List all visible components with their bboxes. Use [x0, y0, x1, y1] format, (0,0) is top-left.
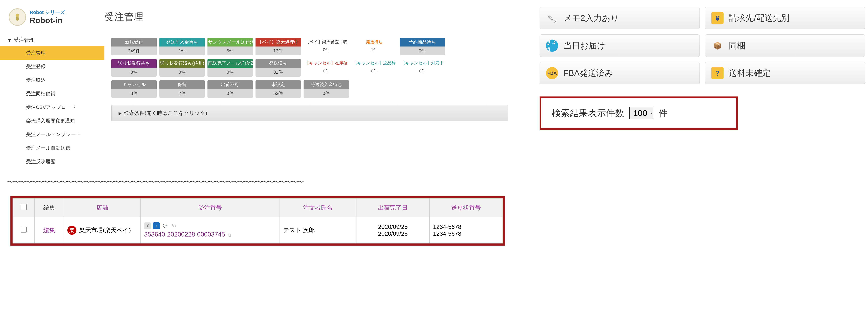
status-text[interactable]: 【キャンセル】在庫確0件: [304, 59, 349, 77]
app-logo: Robot シリーズ Robot-in: [0, 0, 104, 34]
status-text[interactable]: 【ペイ】楽天審査（取0件: [304, 38, 349, 55]
status-pill[interactable]: 送り状発行待ち0件: [112, 59, 157, 77]
pencil-icon: ✎2: [546, 12, 558, 24]
filter-button-box[interactable]: 📦同梱: [705, 34, 865, 57]
column-header[interactable]: 注文者氏名: [280, 199, 356, 217]
status-grid: 新規受付349件発送前入金待ち1件サンクスメール送付済6件【ペイ】楽天処理中13…: [112, 38, 508, 98]
logo-line1: Robot シリーズ: [30, 9, 65, 16]
slip-number: 1234-5678: [433, 230, 499, 237]
pencil-icon[interactable]: ✎1: [170, 222, 177, 230]
nav-item-import[interactable]: 受注取込: [0, 73, 104, 87]
count-suffix: 件: [658, 107, 668, 119]
nav-item-csv[interactable]: 受注CSVアップロード: [0, 100, 104, 114]
filter-buttons: ✎2メモ2入力あり¥請求先/配送先別きょう当日お届け📦同梱FBAFBA発送済み?…: [533, 0, 868, 91]
count-label: 検索結果表示件数: [552, 107, 624, 119]
yen-icon: ¥: [711, 12, 723, 24]
status-pill[interactable]: 予約商品待ち0件: [400, 38, 445, 55]
edit-link[interactable]: 編集: [43, 227, 55, 233]
logo-line2: Robot-in: [30, 16, 65, 25]
filter-button-kyo[interactable]: きょう当日お届け: [539, 34, 700, 57]
status-pill[interactable]: 発送後入金待ち0件: [304, 80, 349, 98]
filter-label: メモ2入力あり: [563, 12, 619, 24]
column-header[interactable]: 受注番号: [141, 199, 280, 217]
filter-label: 送料未確定: [729, 67, 771, 79]
select-all-checkbox[interactable]: [21, 204, 27, 210]
download-icon[interactable]: ↓: [153, 222, 160, 230]
message-icon[interactable]: 💬: [161, 222, 168, 230]
column-header[interactable]: 出荷完了日: [356, 199, 429, 217]
nav-item-mail-auto[interactable]: 受注メール自動送信: [0, 141, 104, 155]
filter-button-pencil[interactable]: ✎2メモ2入力あり: [539, 7, 700, 29]
nav-item-orders[interactable]: 受注管理: [0, 46, 104, 60]
filter-label: 同梱: [729, 40, 745, 51]
amount-icon[interactable]: ¥: [144, 222, 151, 230]
row-checkbox[interactable]: [21, 226, 27, 233]
page-title: 受注管理: [104, 0, 144, 34]
divider: [7, 181, 508, 186]
nav-item-rakuten-history[interactable]: 楽天購入履歴変更通知: [0, 114, 104, 128]
box-icon: 📦: [711, 39, 723, 52]
customer-name: テスト 次郎: [280, 217, 356, 243]
status-pill[interactable]: 新規受付349件: [112, 38, 157, 55]
status-text[interactable]: 【キャンセル】返品待0件: [351, 59, 397, 77]
filter-button-fba[interactable]: FBAFBA発送済み: [539, 62, 700, 84]
nav-item-bundle[interactable]: 受注同梱候補: [0, 87, 104, 100]
kyo-icon: きょう: [546, 39, 558, 52]
q-icon: ?: [711, 67, 723, 79]
ship-date: 2020/09/25: [360, 230, 426, 237]
status-pill[interactable]: 未設定53件: [255, 80, 301, 98]
robot-icon: [9, 8, 26, 26]
shop-name: 楽天市場(楽天ペイ): [79, 226, 131, 234]
nav-section-header[interactable]: ▼ 受注管理: [0, 34, 104, 46]
count-select[interactable]: 100: [629, 107, 653, 119]
status-text[interactable]: 発送待ち1件: [351, 38, 397, 55]
filter-button-q[interactable]: ?送料未確定: [705, 62, 865, 84]
table-row: 編集 楽 楽天市場(楽天ペイ) ¥ ↓ 💬 ✎1: [13, 217, 503, 243]
status-pill[interactable]: 【ペイ】楽天処理中13件: [255, 38, 301, 55]
column-header: 編集: [35, 199, 64, 217]
svg-point-0: [16, 13, 19, 17]
status-pill[interactable]: サンクスメール送付済6件: [208, 38, 253, 55]
filter-label: FBA発送済み: [563, 67, 613, 79]
fba-icon: FBA: [546, 67, 558, 79]
status-pill[interactable]: キャンセル8件: [112, 80, 157, 98]
filter-button-yen[interactable]: ¥請求先/配送先別: [705, 7, 865, 29]
slip-number: 1234-5678: [433, 223, 499, 230]
order-table-highlight: 編集店舗受注番号注文者氏名出荷完了日送り状番号 編集 楽 楽天市場(楽天ペイ) …: [10, 196, 505, 246]
status-pill[interactable]: 発送前入金待ち1件: [159, 38, 205, 55]
search-conditions-toggle[interactable]: 検索条件(開く時はここをクリック): [112, 105, 508, 121]
status-text[interactable]: 【キャンセル】対応中0件: [400, 59, 445, 77]
status-pill[interactable]: 発送済み31件: [255, 59, 301, 77]
column-header[interactable]: 送り状番号: [429, 199, 502, 217]
filter-label: 請求先/配送先別: [729, 12, 789, 24]
status-pill[interactable]: 出荷不可0件: [208, 80, 253, 98]
svg-rect-1: [16, 17, 19, 21]
result-count-box: 検索結果表示件数 100 件: [539, 96, 738, 130]
column-header: [13, 199, 35, 217]
nav-item-mail-template[interactable]: 受注メールテンプレート: [0, 128, 104, 141]
filter-label: 当日お届け: [563, 40, 606, 51]
status-pill[interactable]: 保留2件: [159, 80, 205, 98]
side-nav: ▼ 受注管理 受注管理 受注登録 受注取込 受注同梱候補 受注CSVアップロード…: [0, 34, 104, 169]
status-pill[interactable]: 配送完了メール送信済0件: [208, 59, 253, 77]
column-header[interactable]: 店舗: [64, 199, 141, 217]
order-number[interactable]: 353640-20200228-00003745: [144, 231, 225, 238]
ship-date: 2020/09/25: [360, 223, 426, 230]
nav-item-reflect-log[interactable]: 受注反映履歴: [0, 155, 104, 169]
nav-item-register[interactable]: 受注登録: [0, 60, 104, 73]
rakuten-icon: 楽: [67, 226, 76, 235]
status-pill[interactable]: 送り状発行済み(佐川)0件: [159, 59, 205, 77]
copy-icon[interactable]: ⧉: [228, 232, 231, 238]
order-table: 編集店舗受注番号注文者氏名出荷完了日送り状番号 編集 楽 楽天市場(楽天ペイ) …: [12, 199, 503, 243]
